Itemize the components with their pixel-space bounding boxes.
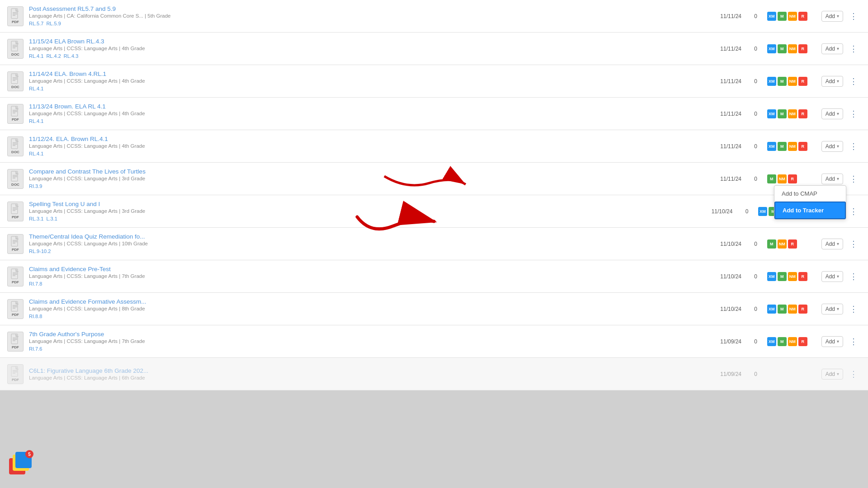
add-button[interactable]: Add▾ [821,108,843,119]
row-count: 0 [749,143,763,150]
doc-icon: DOC [7,39,24,59]
row-title[interactable]: Theme/Central Idea Quiz Remediation fo..… [29,233,713,240]
add-button[interactable]: Add▾ [821,76,843,87]
doc-icon: PDF [7,299,24,319]
row-actions: Add▾⋮ [821,336,861,347]
badge-r: R [798,109,807,118]
more-options-button[interactable]: ⋮ [847,10,861,22]
row-title[interactable]: Claims and Evidence Pre-Test [29,266,713,272]
row-count: 0 [749,241,763,247]
standard-link[interactable]: RL.3.1 [29,216,43,221]
more-options-button[interactable]: ⋮ [847,75,861,87]
row-meta: Language Arts | CCSS: Language Arts | 4t… [29,78,713,84]
chevron-down-icon: ▾ [837,241,839,246]
badge-xm: XM [767,12,776,21]
row-title[interactable]: 11/15/24 ELA Brown RL.4.3 [29,38,713,45]
row-badges: XMMNMR [767,305,812,314]
chevron-down-icon: ▾ [837,274,839,279]
standard-link[interactable]: RL.9-10.2 [29,249,51,254]
badge-nm: NM [788,77,797,86]
standard-link[interactable]: RL.4.1 [29,86,43,91]
list-item: DOC11/14/24 ELA. Brown 4.RL.1Language Ar… [0,65,868,98]
add-to-cmap-item[interactable]: Add to CMAP [774,186,846,202]
badge-m: M [778,12,787,21]
row-title[interactable]: 7th Grade Author's Purpose [29,331,713,338]
row-standards: RL.4.1 [29,150,713,157]
badge-xm: XM [767,77,776,86]
standard-link[interactable]: RI.7.6 [29,346,42,352]
row-standards: RL.5.7RL.5.9 [29,20,713,27]
row-title[interactable]: 11/14/24 ELA. Brown 4.RL.1 [29,70,713,77]
row-actions: Add▾⋮ [821,271,861,282]
row-badges: XMMNMR [767,142,812,151]
more-options-button[interactable]: ⋮ [847,336,861,347]
row-meta: Language Arts | CCSS: Language Arts | 3r… [29,208,704,214]
badge-m: M [778,337,787,346]
standard-link[interactable]: RL.4.2 [46,53,61,59]
standard-link[interactable]: RL.4.1 [29,53,43,59]
badge-xm: XM [767,272,776,281]
add-button[interactable]: Add▾ [821,369,843,380]
list-item: PDFPost Assessment RL5.7 and 5.9Language… [0,0,868,33]
badge-xm: XM [767,337,776,346]
standard-link[interactable]: RI.3.9 [29,183,42,189]
row-count: 0 [749,338,763,345]
row-count: 0 [749,371,763,377]
row-title[interactable]: 11/13/24 Brown. ELA RL 4.1 [29,103,713,110]
more-options-button[interactable]: ⋮ [847,108,861,120]
row-title[interactable]: Claims and Evidence Formative Assessm... [29,298,713,305]
standard-link[interactable]: RI.8.8 [29,314,42,319]
chevron-down-icon: ▾ [837,371,839,376]
doc-type-label: DOC [11,150,19,154]
list-item: PDF11/13/24 Brown. ELA RL 4.1Language Ar… [0,98,868,130]
more-options-button[interactable]: ⋮ [847,173,861,185]
standard-link[interactable]: RL.5.9 [46,21,61,26]
badge-m: M [767,239,776,249]
standard-link[interactable]: RL.5.7 [29,21,43,26]
more-options-button[interactable]: ⋮ [847,206,861,217]
row-title[interactable]: C6L1: Figurative Language 6th Grade 202.… [29,367,713,374]
more-options-button[interactable]: ⋮ [847,43,861,55]
row-title[interactable]: Post Assessment RL5.7 and 5.9 [29,5,713,12]
row-title[interactable]: Spelling Test Long U and I [29,201,704,207]
add-button[interactable]: Add▾ [821,304,843,314]
more-options-button[interactable]: ⋮ [847,271,861,282]
standard-link[interactable]: RL.4.1 [29,118,43,124]
doc-icon: PDF [7,104,24,124]
row-title[interactable]: 11/12/24. ELA. Brown RL.4.1 [29,136,713,142]
row-meta: Language Arts | CCSS: Language Arts | 10… [29,241,713,246]
row-title[interactable]: Compare and Contrast The Lives of Turtle… [29,168,713,175]
row-badges: XMMNMR [767,337,812,346]
standard-link[interactable]: RL.4.1 [29,151,43,156]
badge-r: R [788,174,797,183]
more-options-button[interactable]: ⋮ [847,141,861,152]
more-options-button[interactable]: ⋮ [847,238,861,250]
chevron-down-icon: ▾ [837,14,839,19]
more-options-button[interactable]: ⋮ [847,303,861,315]
add-button[interactable]: Add▾ [821,43,843,54]
badge-r: R [798,142,807,151]
add-button[interactable]: Add▾ [821,271,843,282]
standard-link[interactable]: RI.7.8 [29,281,42,286]
badge-nm: NM [788,109,797,118]
badge-m: M [778,44,787,53]
add-label: Add [826,143,835,150]
row-count: 0 [749,273,763,280]
add-button[interactable]: Add▾ [821,141,843,152]
row-actions: Add▾⋮ [821,43,861,55]
row-actions: Add▾⋮ [821,173,861,185]
add-to-tracker-item[interactable]: Add to Tracker [774,202,846,219]
more-options-button[interactable]: ⋮ [847,368,861,380]
add-button[interactable]: Add▾ [821,239,843,249]
chevron-down-icon: ▾ [837,111,839,116]
row-count: 0 [749,176,763,182]
row-standards: RL.4.1 [29,117,713,124]
list-item: PDFTheme/Central Idea Quiz Remediation f… [0,228,868,260]
standard-link[interactable]: RL.4.3 [64,53,78,59]
add-button[interactable]: Add▾ [821,336,843,347]
badge-r: R [798,12,807,21]
standard-link[interactable]: L.3.1 [46,216,57,221]
add-label: Add [826,306,835,312]
add-button[interactable]: Add▾ [821,11,843,22]
add-button[interactable]: Add▾ [821,174,843,184]
